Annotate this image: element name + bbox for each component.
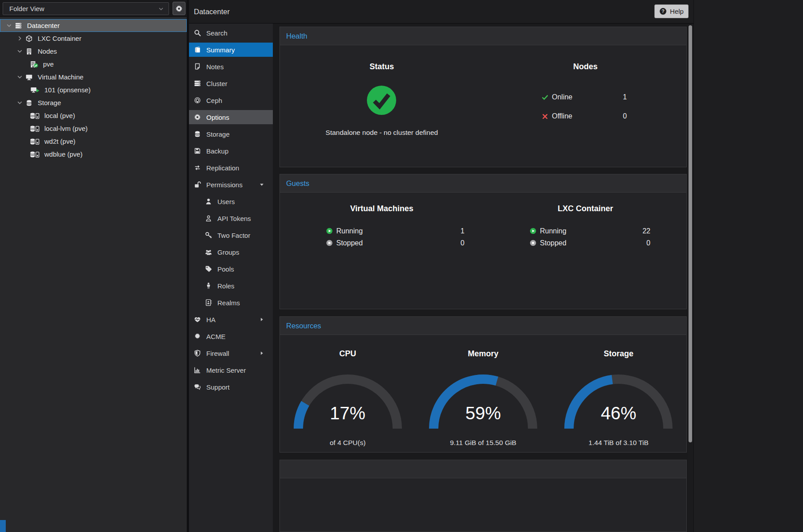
lxc-heading: LXC Container: [484, 204, 687, 213]
nav-item-label: Roles: [217, 282, 234, 290]
storage-detail: 1.44 TiB of 3.10 TiB: [589, 439, 649, 447]
expand-icon[interactable]: [16, 35, 23, 42]
health-panel: Health Status Standalone node - no clust…: [279, 27, 687, 167]
status-message: Standalone node - no cluster defined: [280, 129, 484, 137]
scrollbar-thumb[interactable]: [689, 25, 692, 442]
nav-item-ha[interactable]: HA: [189, 312, 273, 327]
tree-item-label: Nodes: [38, 47, 57, 55]
collapse-icon[interactable]: [16, 48, 23, 55]
help-button[interactable]: ? Help: [654, 4, 689, 18]
row-value: 1: [623, 93, 627, 101]
play-circle-icon: [326, 228, 333, 234]
virtual-machines-column: Virtual Machines Running 1 Stopped 0: [280, 193, 484, 315]
nav-item-groups[interactable]: Groups: [189, 245, 273, 259]
nav-item-users[interactable]: Users: [189, 194, 273, 209]
tree-item-local[interactable]: local (pve): [0, 109, 187, 122]
tree-item-101-opnsense[interactable]: 101 (opnsense): [0, 83, 187, 96]
collapse-icon[interactable]: [6, 22, 12, 29]
address-book-icon: [205, 299, 212, 306]
tree-settings-button[interactable]: [173, 2, 185, 15]
nodes-online-row: Online 1: [542, 91, 627, 103]
guests-panel-header: Guests: [280, 174, 686, 193]
nav-item-options[interactable]: Options: [189, 110, 273, 124]
desktop-background: [693, 0, 803, 532]
row-value: 1: [461, 227, 464, 235]
nav-item-api-tokens[interactable]: API Tokens: [189, 211, 273, 225]
tree-item-lxc-container[interactable]: LXC Container: [0, 32, 187, 45]
tree-item-label: local (pve): [44, 112, 75, 119]
tree-item-wdblue[interactable]: wdblue (pve): [0, 148, 187, 161]
collapse-icon[interactable]: [16, 74, 23, 80]
nav-item-storage[interactable]: Storage: [189, 127, 273, 141]
gear-icon: [175, 5, 183, 12]
storage-disk-icon: [30, 138, 40, 145]
nav-item-label: Permissions: [206, 181, 243, 189]
nav-item-label: Pools: [217, 265, 234, 273]
nodes-column: Nodes Online 1 Offline 0: [484, 45, 687, 168]
nav-item-support[interactable]: Support: [189, 380, 273, 394]
vertical-scrollbar[interactable]: [688, 24, 693, 532]
row-label: Running: [540, 227, 642, 235]
tree-toolbar: Folder View: [0, 0, 187, 17]
gear-icon: [194, 114, 201, 121]
nav-item-ceph[interactable]: Ceph: [189, 93, 273, 107]
cpu-gauge: 17%: [290, 372, 405, 433]
row-label: Online: [552, 93, 623, 101]
tree-item-label: wdblue (pve): [44, 150, 83, 158]
nodes-rows: Online 1 Offline 0: [542, 91, 627, 129]
nav-item-metric-server[interactable]: Metric Server: [189, 363, 273, 377]
tree-item-local-lvm[interactable]: local-lvm (pve): [0, 122, 187, 135]
nav-item-acme[interactable]: ACME: [189, 329, 273, 343]
cpu-detail: of 4 CPU(s): [330, 439, 366, 447]
nav-item-notes[interactable]: Notes: [189, 59, 273, 74]
nav-item-backup[interactable]: Backup: [189, 144, 273, 158]
ceph-icon: [194, 97, 201, 104]
view-mode-select[interactable]: Folder View: [3, 2, 169, 15]
caret-right-icon: [259, 350, 265, 356]
nodes-offline-row: Offline 0: [542, 110, 627, 122]
nav-item-label: Support: [206, 383, 230, 391]
tree-item-pve[interactable]: pve: [0, 58, 187, 71]
nav-item-pools[interactable]: Pools: [189, 262, 273, 276]
nav-item-label: Groups: [217, 248, 239, 256]
user-icon: [205, 198, 212, 205]
nav-item-realms[interactable]: Realms: [189, 296, 273, 310]
vm-running-icon: [30, 87, 40, 94]
nav-item-summary[interactable]: Summary: [189, 43, 273, 57]
nav-item-roles[interactable]: Roles: [189, 279, 273, 293]
nav-item-label: Backup: [206, 147, 228, 155]
resources-panel: Resources CPU 17% of 4 CPU(s) Memory: [279, 316, 687, 453]
chevron-down-icon: [158, 6, 164, 12]
tree-item-virtual-machine[interactable]: Virtual Machine: [0, 71, 187, 83]
tree-item-datacenter[interactable]: Datacenter: [0, 19, 187, 32]
panel-title: Guests: [286, 179, 309, 188]
nav-item-two-factor[interactable]: Two Factor: [189, 228, 273, 242]
comments-icon: [194, 383, 201, 390]
nav-item-cluster[interactable]: Cluster: [189, 76, 273, 91]
shield-icon: [194, 350, 201, 357]
tree-item-storage[interactable]: Storage: [0, 96, 187, 109]
nav-item-label: ACME: [206, 333, 225, 340]
bar-chart-icon: [194, 366, 201, 374]
nav-item-label: Firewall: [206, 350, 229, 357]
cluster-icon: [194, 80, 201, 87]
note-icon: [194, 63, 201, 70]
datacenter-icon: [14, 22, 23, 29]
tree-item-label: Virtual Machine: [38, 73, 83, 81]
book-icon: [194, 46, 201, 53]
collapse-icon[interactable]: [16, 99, 23, 106]
tree-item-wd2t[interactable]: wd2t (pve): [0, 135, 187, 148]
nav-item-label: Realms: [217, 299, 240, 307]
nav-item-firewall[interactable]: Firewall: [189, 346, 273, 360]
nav-item-permissions[interactable]: Permissions: [189, 177, 273, 192]
nav-item-replication[interactable]: Replication: [189, 161, 273, 175]
memory-gauge: 59%: [425, 372, 541, 433]
cpu-gauge-column: CPU 17% of 4 CPU(s): [280, 335, 415, 447]
main-area: Datacenter ? Help Search Summary Notes: [189, 0, 693, 532]
stop-circle-icon: [326, 240, 333, 246]
heartbeat-icon: [194, 316, 201, 323]
nav-item-search[interactable]: Search: [189, 26, 273, 40]
tree-item-nodes[interactable]: Nodes: [0, 45, 187, 58]
tree-item-label: Storage: [38, 99, 61, 106]
person-icon: [205, 282, 212, 289]
